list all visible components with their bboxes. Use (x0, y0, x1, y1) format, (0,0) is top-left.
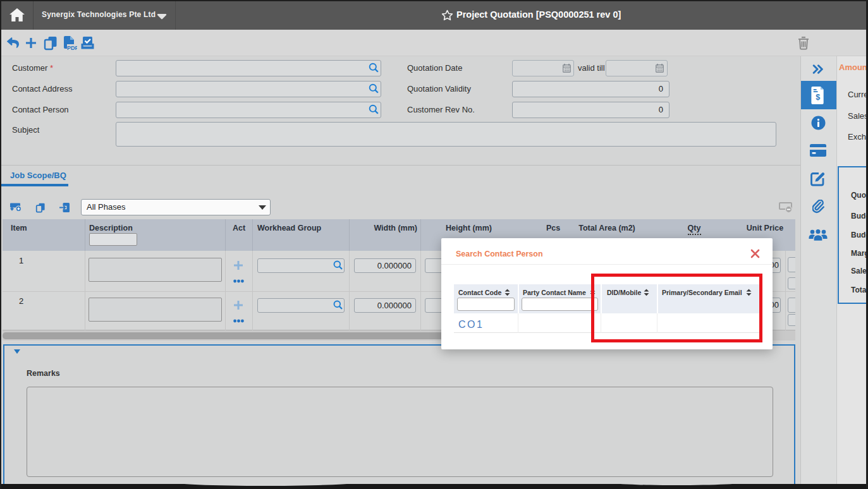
svg-text:PDF: PDF (67, 45, 77, 51)
svg-text:$: $ (816, 93, 820, 102)
